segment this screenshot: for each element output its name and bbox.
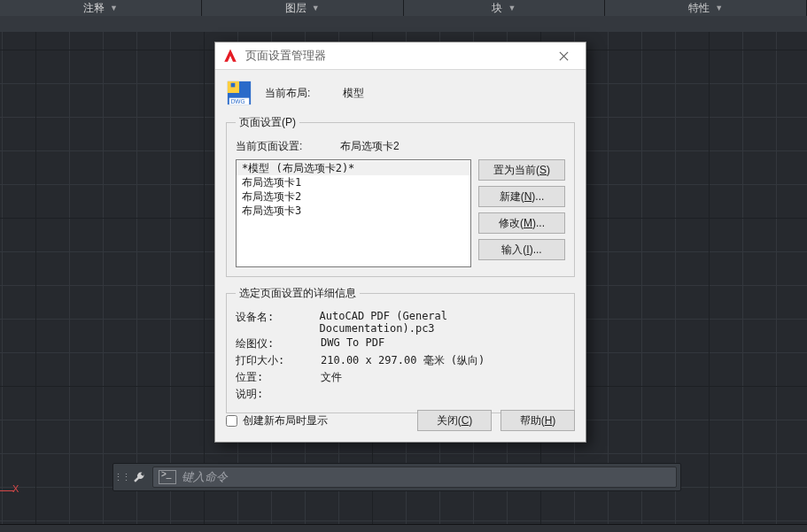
current-page-setup-label: 当前页面设置: — [236, 139, 340, 154]
plotter-label: 绘图仪: — [236, 336, 321, 351]
page-setup-list[interactable]: *模型 (布局选项卡2)* 布局选项卡1 布局选项卡2 布局选项卡3 — [236, 159, 471, 267]
customize-icon[interactable] — [129, 471, 149, 483]
page-setup-manager-dialog: 页面设置管理器 DWG 当前布局: 模型 页面设置(P) 当前页面设置: — [214, 42, 586, 443]
list-item[interactable]: 布局选项卡2 — [237, 189, 470, 204]
import-button[interactable]: 输入(I)... — [478, 239, 565, 260]
ribbon-panel-layers[interactable]: 图层▼ — [202, 0, 404, 17]
app-icon — [222, 48, 238, 64]
close-icon[interactable] — [548, 46, 578, 66]
dialog-title: 页面设置管理器 — [245, 48, 548, 64]
show-on-new-layout-checkbox[interactable]: 创建新布局时显示 — [226, 413, 328, 428]
ribbon-underbar — [0, 16, 807, 33]
svg-text:DWG: DWG — [231, 98, 245, 104]
status-bar — [0, 524, 807, 532]
command-placeholder: 键入命令 — [182, 469, 228, 485]
modify-button[interactable]: 修改(M)... — [478, 212, 565, 234]
command-prompt-icon — [159, 470, 176, 484]
set-current-button[interactable]: 置为当前(S) — [478, 159, 565, 181]
page-setup-group: 页面设置(P) 当前页面设置: 布局选项卡2 *模型 (布局选项卡2)* 布局选… — [226, 115, 575, 277]
current-layout-value: 模型 — [343, 86, 364, 101]
checkbox-label: 创建新布局时显示 — [243, 413, 328, 428]
chevron-down-icon: ▼ — [508, 0, 516, 16]
checkbox-input[interactable] — [226, 415, 237, 427]
grip-icon[interactable]: ⋮⋮ — [113, 472, 129, 483]
ribbon-panel-blocks[interactable]: 块▼ — [404, 0, 606, 17]
command-line[interactable]: ⋮⋮ 键入命令 — [113, 463, 681, 491]
chevron-down-icon: ▼ — [715, 0, 723, 16]
chevron-down-icon: ▼ — [110, 0, 118, 16]
dialog-titlebar[interactable]: 页面设置管理器 — [215, 42, 586, 70]
device-label: 设备名: — [236, 310, 320, 335]
device-value: AutoCAD PDF (General Documentation).pc3 — [320, 310, 565, 335]
chevron-down-icon: ▼ — [312, 0, 320, 16]
list-item[interactable]: 布局选项卡3 — [237, 204, 470, 218]
where-label: 位置: — [236, 370, 321, 385]
list-item[interactable]: 布局选项卡1 — [237, 175, 470, 189]
current-page-setup-value: 布局选项卡2 — [340, 139, 400, 154]
current-layout-label: 当前布局: — [265, 86, 343, 101]
size-value: 210.00 x 297.00 毫米 (纵向) — [321, 353, 485, 368]
details-group: 选定页面设置的详细信息 设备名:AutoCAD PDF (General Doc… — [226, 286, 575, 413]
command-input[interactable]: 键入命令 — [152, 466, 677, 488]
list-item[interactable]: *模型 (布局选项卡2)* — [237, 161, 470, 175]
ribbon-panel-annotate[interactable]: 注释▼ — [0, 0, 202, 17]
new-button[interactable]: 新建(N)... — [478, 186, 565, 207]
details-legend: 选定页面设置的详细信息 — [236, 286, 360, 301]
page-setup-legend: 页面设置(P) — [236, 115, 299, 130]
where-value: 文件 — [321, 370, 342, 385]
desc-label: 说明: — [236, 387, 321, 402]
plotter-value: DWG To PDF — [321, 336, 384, 351]
svg-rect-6 — [231, 83, 236, 88]
dwg-icon: DWG — [226, 80, 252, 106]
help-button[interactable]: 帮助(H) — [500, 410, 575, 431]
size-label: 打印大小: — [236, 353, 321, 368]
ribbon-panel-properties[interactable]: 特性▼ — [605, 0, 807, 17]
close-button[interactable]: 关闭(C) — [417, 410, 492, 431]
